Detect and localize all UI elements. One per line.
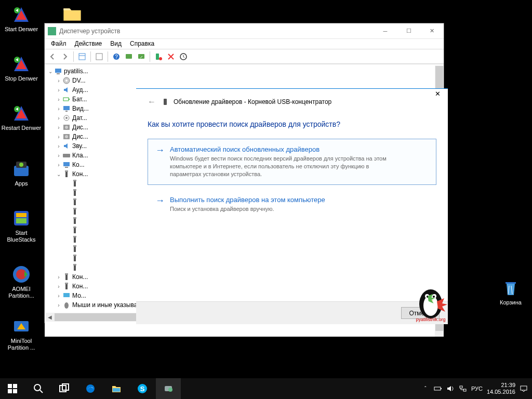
usb-icon — [71, 198, 79, 206]
svg-rect-19 — [138, 54, 144, 59]
svg-rect-18 — [126, 54, 132, 59]
tree-node[interactable]: ›DV... — [47, 76, 442, 85]
update-button[interactable] — [136, 51, 147, 62]
enable-button[interactable] — [178, 51, 189, 62]
menu-вид[interactable]: Вид — [106, 39, 126, 49]
explorer-button[interactable] — [104, 378, 129, 399]
display-icon — [62, 104, 71, 113]
desktop-icon-корзина[interactable]: Корзина — [490, 277, 531, 306]
device-icon — [161, 98, 169, 106]
svg-text:S: S — [140, 385, 145, 393]
twist-icon[interactable]: › — [55, 115, 62, 121]
svg-rect-65 — [65, 283, 68, 284]
maximize-button[interactable]: ☐ — [397, 24, 420, 38]
desktop-icon-start-bluestacks[interactable]: Start BlueStacks — [1, 208, 42, 243]
dialog-title: Обновление драйверов - Корневой USB-конц… — [174, 98, 331, 105]
tree-label: Кон... — [72, 283, 88, 290]
twist-icon[interactable]: › — [55, 125, 62, 130]
minimize-button[interactable]: ─ — [374, 24, 397, 38]
svg-rect-38 — [63, 162, 70, 166]
computer-icon — [54, 67, 62, 75]
help-button[interactable]: ? — [111, 51, 122, 62]
task-view-button[interactable] — [52, 378, 77, 399]
titlebar[interactable]: Диспетчер устройств ─ ☐ ✕ — [45, 23, 444, 39]
network-icon[interactable] — [459, 384, 467, 393]
twist-icon[interactable]: ⌄ — [55, 171, 62, 177]
option-auto-search[interactable]: → Автоматический поиск обновленных драйв… — [148, 139, 436, 185]
battery-icon[interactable] — [434, 384, 442, 393]
desktop-icon-aomei-partition-[interactable]: AOMEI Partition... — [1, 264, 42, 299]
close-button[interactable]: ✕ — [420, 24, 444, 38]
twist-icon[interactable]: › — [55, 293, 62, 299]
dialog-footer: Отмена — [136, 301, 448, 324]
scan-button[interactable] — [123, 51, 135, 62]
svg-text:?: ? — [115, 54, 118, 60]
svg-rect-23 — [55, 69, 61, 73]
twist-icon[interactable]: › — [55, 106, 62, 112]
svg-rect-85 — [113, 388, 120, 392]
twist-icon[interactable]: › — [55, 153, 62, 158]
usb-icon — [71, 235, 79, 244]
desktop-icon-stop-denwer[interactable]: Stop Denwer — [1, 54, 42, 82]
dialog-close-button[interactable]: ✕ — [427, 87, 448, 100]
svg-rect-41 — [65, 170, 68, 172]
edge-button[interactable] — [78, 378, 103, 399]
clock[interactable]: 21:39 14.05.2016 — [487, 382, 515, 395]
start-button[interactable] — [0, 378, 25, 399]
twist-icon[interactable]: › — [55, 162, 62, 168]
icon-label: Start Denwer — [1, 26, 42, 33]
devmgr-taskbar-button[interactable] — [156, 378, 181, 399]
language-indicator[interactable]: РУС — [471, 385, 483, 392]
desktop-icon-start-denwer[interactable]: Start Denwer — [1, 4, 42, 33]
mouse-icon — [62, 301, 71, 309]
toolbar: ? — [45, 49, 444, 64]
tree-node[interactable]: ⌄pyatilis... — [47, 66, 442, 76]
search-button[interactable] — [26, 378, 51, 399]
icon-label: Start BlueStacks — [1, 230, 42, 243]
properties-button[interactable] — [94, 51, 105, 62]
menu-справка[interactable]: Справка — [126, 39, 158, 49]
device-manager-window: Диспетчер устройств ─ ☐ ✕ ФайлДействиеВи… — [44, 23, 444, 323]
tree-label: Зву... — [72, 142, 87, 150]
server-icon — [11, 103, 32, 124]
usb-icon — [71, 207, 79, 216]
svg-rect-68 — [164, 99, 167, 105]
server-icon — [11, 54, 32, 74]
tree-label: Кон... — [72, 170, 88, 178]
back-button[interactable] — [47, 51, 58, 62]
skype-button[interactable]: S — [130, 378, 155, 399]
notifications-icon[interactable] — [520, 384, 528, 393]
option-title: Автоматический поиск обновленных драйвер… — [170, 145, 393, 153]
svg-point-80 — [34, 384, 41, 391]
desktop-icon-apps[interactable]: Apps — [1, 158, 42, 187]
forward-button[interactable] — [59, 51, 71, 62]
tray-expand-icon[interactable]: ˆ — [421, 384, 430, 393]
scroll-left-arrow[interactable]: ◀ — [46, 313, 54, 322]
icon-label: AOMEI Partition... — [1, 286, 42, 299]
svg-rect-37 — [63, 154, 70, 157]
svg-point-84 — [86, 384, 95, 393]
uninstall-button[interactable] — [153, 51, 164, 62]
twist-icon[interactable]: › — [55, 274, 62, 280]
menu-действие[interactable]: Действие — [71, 39, 107, 49]
twist-icon[interactable]: › — [55, 134, 62, 140]
tree-label: DV... — [72, 77, 86, 84]
option-manual-search[interactable]: → Выполнить поиск драйверов на этом комп… — [148, 189, 436, 220]
twist-icon[interactable]: › — [55, 78, 62, 84]
desktop: Start DenwerStop DenwerRestart DenwerApp… — [0, 0, 532, 399]
show-hide-tree-button[interactable] — [76, 51, 88, 62]
volume-icon[interactable] — [446, 384, 455, 393]
twist-icon[interactable]: › — [55, 284, 62, 289]
icon-label: Корзина — [490, 299, 531, 306]
twist-icon[interactable]: ⌄ — [47, 69, 54, 74]
back-arrow-icon[interactable]: ← — [148, 97, 156, 107]
twist-icon[interactable]: › — [55, 87, 62, 93]
twist-icon[interactable]: › — [55, 143, 62, 149]
menu-файл[interactable]: Файл — [47, 39, 71, 49]
disable-button[interactable] — [165, 51, 177, 62]
twist-icon[interactable]: › — [55, 302, 62, 308]
desktop-icon-restart-denwer[interactable]: Restart Denwer — [1, 103, 42, 131]
usb-icon — [71, 263, 79, 272]
desktop-icon-minitool-partition-[interactable]: MiniTool Partition ... — [1, 316, 42, 351]
twist-icon[interactable]: › — [55, 97, 62, 102]
